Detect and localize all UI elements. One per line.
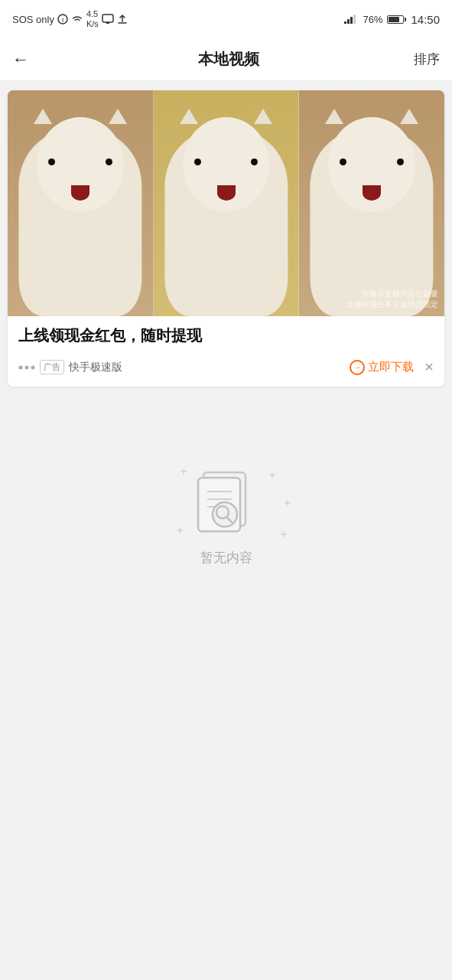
- cat-image-panels: [8, 90, 444, 316]
- page-title: 本地视频: [198, 49, 259, 70]
- network-speed: 4.5 K/s: [86, 9, 99, 29]
- svg-point-8: [19, 365, 23, 369]
- no-content-icon: [184, 461, 268, 545]
- ad-logo-icon: [18, 362, 35, 373]
- svg-point-9: [25, 365, 29, 369]
- deco-plus-5: +: [284, 496, 291, 510]
- download-circle-icon: →: [350, 360, 365, 375]
- upload-icon: [117, 14, 128, 24]
- svg-rect-4: [344, 21, 346, 24]
- battery-pct: 76%: [363, 14, 382, 25]
- deco-plus-4: +: [280, 528, 287, 541]
- battery-icon: [387, 15, 406, 24]
- svg-rect-6: [350, 17, 353, 24]
- cat-panel-2: [154, 90, 300, 316]
- download-label: 立即下载: [368, 360, 414, 374]
- svg-rect-2: [102, 15, 113, 22]
- ad-watermark: 陈腩示金额为后台剧量 金额根据任务完成情况而定: [346, 289, 438, 310]
- svg-point-10: [31, 365, 35, 369]
- ad-app-name: 快手极速版: [69, 361, 122, 374]
- cat-panel-1: [8, 90, 154, 316]
- deco-plus-3: +: [177, 524, 184, 537]
- status-bar: SOS only ! 4.5 K/s 76%: [0, 0, 452, 38]
- svg-rect-3: [106, 22, 109, 24]
- status-left: SOS only ! 4.5 K/s: [12, 9, 128, 29]
- empty-state: + + + + + 暂无内容: [0, 396, 452, 597]
- svg-text:!: !: [62, 17, 64, 24]
- ad-image[interactable]: 应用名称：快手极速版 | 应用版本：11.8.30.6512 | 开发者：北京快…: [8, 90, 444, 316]
- ad-footer: 广告 快手极速版 → 立即下载 ×: [8, 352, 444, 387]
- empty-icon: + + + + +: [173, 457, 280, 549]
- message-icon: [102, 14, 114, 24]
- svg-rect-7: [353, 15, 356, 24]
- time: 14:50: [411, 13, 440, 26]
- sos-text: SOS only: [12, 14, 54, 25]
- ad-source: 广告 快手极速版: [18, 360, 122, 374]
- svg-rect-5: [347, 19, 350, 24]
- ad-title: 上线领现金红包，随时提现: [8, 316, 444, 352]
- ad-tag: 广告: [40, 360, 64, 374]
- sort-button[interactable]: 排序: [414, 51, 440, 68]
- deco-plus-2: +: [268, 469, 275, 482]
- empty-message: 暂无内容: [200, 549, 252, 567]
- status-right: 76% 14:50: [344, 13, 440, 26]
- cat-panel-3: [299, 90, 444, 316]
- warning-icon: !: [57, 14, 68, 24]
- back-button[interactable]: ←: [12, 50, 43, 70]
- nav-bar: ← 本地视频 排序: [0, 38, 452, 81]
- wifi-icon: [71, 15, 83, 24]
- ad-card: 应用名称：快手极速版 | 应用版本：11.8.30.6512 | 开发者：北京快…: [8, 90, 444, 387]
- ad-actions: → 立即下载 ×: [350, 358, 434, 376]
- signal-icon: [344, 14, 358, 24]
- download-button[interactable]: → 立即下载: [350, 360, 414, 375]
- close-button[interactable]: ×: [424, 358, 434, 376]
